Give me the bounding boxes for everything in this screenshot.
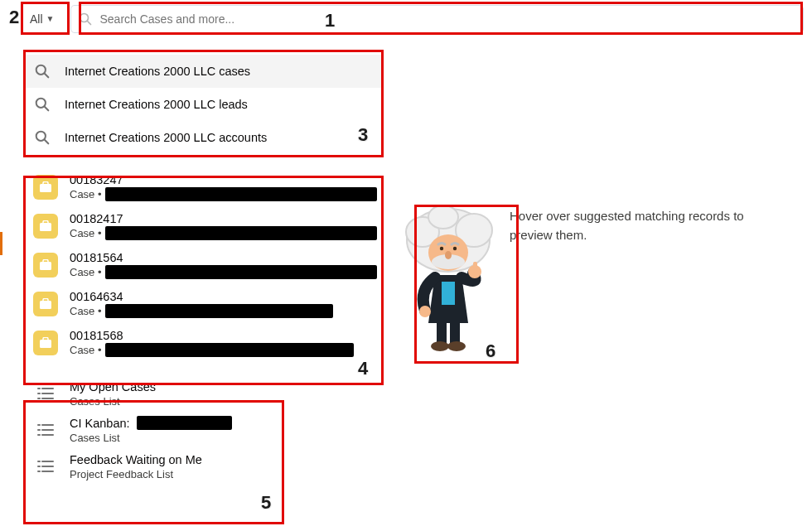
record-number: 00182417 — [70, 211, 377, 226]
search-input[interactable] — [70, 5, 804, 33]
redacted-text — [105, 187, 377, 201]
list-subtitle: Cases List — [70, 395, 156, 408]
record-subinfo: Case • — [70, 226, 377, 240]
record-number: 00181568 — [70, 328, 354, 343]
search-suggestion-label: Internet Creations 2000 LLC leads — [65, 98, 248, 111]
svg-rect-45 — [450, 321, 460, 345]
record-subinfo: Case • — [70, 304, 333, 318]
svg-point-47 — [447, 341, 466, 351]
case-icon — [33, 292, 58, 316]
case-icon — [33, 214, 58, 239]
global-search-bar: All ▼ — [0, 0, 812, 37]
list-subtitle: Cases List — [70, 432, 232, 444]
search-results-panel: Internet Creations 2000 LLC cases Intern… — [23, 50, 384, 528]
list-icon — [33, 454, 58, 479]
record-row[interactable]: 00164634 Case • — [23, 284, 384, 323]
preview-hint-text: Hover over suggested matching records to… — [510, 207, 775, 244]
list-row[interactable]: My Open Cases Cases List — [23, 375, 384, 412]
search-icon — [33, 128, 51, 147]
svg-rect-40 — [442, 282, 455, 305]
search-suggestion-label: Internet Creations 2000 LLC cases — [65, 65, 250, 78]
redacted-text — [105, 304, 333, 318]
svg-rect-11 — [40, 301, 51, 309]
svg-line-7 — [45, 140, 49, 144]
redacted-text — [105, 226, 377, 240]
svg-rect-44 — [437, 321, 447, 345]
svg-rect-12 — [40, 340, 51, 348]
einstein-character-icon — [402, 207, 495, 352]
record-number: 00181564 — [70, 250, 377, 265]
list-title: CI Kanban: — [70, 416, 232, 431]
search-suggestion[interactable]: Internet Creations 2000 LLC cases — [23, 55, 384, 88]
svg-point-38 — [453, 247, 457, 250]
redacted-text — [105, 265, 377, 279]
svg-point-39 — [445, 251, 452, 259]
record-number: 00183247 — [70, 172, 377, 187]
svg-point-46 — [431, 341, 449, 351]
record-row[interactable]: 00183247 Case • — [23, 167, 384, 206]
case-icon — [33, 253, 58, 278]
svg-rect-9 — [40, 223, 51, 231]
search-suggestion[interactable]: Internet Creations 2000 LLC accounts — [23, 121, 384, 154]
svg-rect-10 — [40, 262, 51, 270]
svg-point-37 — [440, 247, 443, 250]
list-row[interactable]: CI Kanban: Cases List — [23, 412, 384, 448]
list-row[interactable]: Feedback Waiting on Me Project Feedback … — [23, 448, 384, 485]
record-subinfo: Case • — [70, 265, 377, 279]
search-icon — [33, 62, 51, 80]
search-suggestion[interactable]: Internet Creations 2000 LLC leads — [23, 88, 384, 121]
search-lists-group: My Open Cases Cases List CI Kanban: Case… — [23, 362, 384, 485]
search-suggestions-group: Internet Creations 2000 LLC cases Intern… — [23, 50, 384, 154]
list-subtitle: Project Feedback List — [70, 468, 202, 480]
preview-pane: Hover over suggested matching records to… — [402, 50, 804, 528]
svg-line-5 — [45, 107, 49, 111]
redacted-text — [137, 416, 232, 430]
search-suggestion-label: Internet Creations 2000 LLC accounts — [65, 131, 267, 144]
svg-point-34 — [428, 207, 458, 229]
record-subinfo: Case • — [70, 343, 354, 357]
orange-accent — [0, 232, 2, 255]
redacted-text — [105, 343, 354, 357]
svg-line-3 — [45, 74, 49, 78]
record-subinfo: Case • — [70, 187, 377, 201]
svg-point-43 — [419, 306, 431, 317]
record-number: 00164634 — [70, 289, 333, 304]
record-row[interactable]: 00181564 Case • — [23, 245, 384, 284]
case-icon — [33, 331, 58, 355]
record-row[interactable]: 00181568 Case • — [23, 323, 384, 362]
record-row[interactable]: 00182417 Case • — [23, 206, 384, 245]
svg-rect-8 — [40, 184, 51, 192]
list-icon — [33, 381, 58, 406]
list-title: Feedback Waiting on Me — [70, 452, 202, 467]
case-icon — [33, 175, 58, 200]
search-scope-label: All — [30, 12, 43, 26]
svg-rect-42 — [473, 262, 477, 273]
list-title: My Open Cases — [70, 379, 156, 394]
search-scope-dropdown[interactable]: All ▼ — [25, 12, 59, 26]
search-records-group: 00183247 Case • 00182417 Case • — [23, 154, 384, 362]
caret-down-icon: ▼ — [46, 14, 55, 23]
search-icon — [33, 95, 51, 113]
list-icon — [33, 418, 58, 442]
